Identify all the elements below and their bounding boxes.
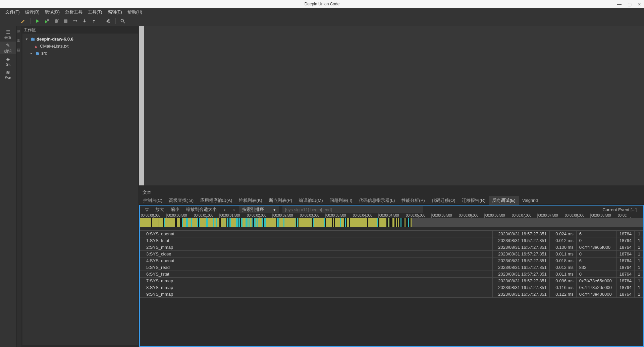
step-into-icon[interactable] [81,17,88,25]
settings-icon[interactable] [105,17,112,25]
menu-item[interactable]: 工具(T) [85,8,105,16]
minimize-icon[interactable]: — [617,2,622,7]
timeline-segment[interactable] [269,218,276,227]
stop-icon[interactable] [62,17,69,25]
activity-item[interactable]: ≋Svn [0,68,16,81]
timeline-segment[interactable] [223,218,226,227]
chevron-right-icon[interactable]: ▸ [29,51,33,55]
table-row[interactable]: 5:SYS_read 2023/08/31 16:57:27.851 0.012… [140,264,643,271]
timeline-segment[interactable] [192,218,197,227]
timeline-segment[interactable] [165,218,173,227]
run-icon[interactable] [34,17,41,25]
step-over-icon[interactable] [71,17,79,25]
table-row[interactable]: 8:SYS_mmap 2023/08/31 16:57:27.851 0.116… [140,284,643,291]
timeline-segment[interactable] [243,218,246,227]
menu-item[interactable]: 编辑(E) [105,8,125,16]
bottom-tab[interactable]: 断点列表(P) [266,196,296,205]
tree-root[interactable]: ▾ 🖿 deepin-draw-6.0.6 [22,36,138,43]
timeline-segment[interactable] [159,218,163,227]
activity-item[interactable]: ◈Git [0,55,16,68]
timeline-track[interactable] [140,218,643,227]
current-event-label[interactable]: Current Event [...] [602,207,641,212]
activity-item[interactable]: ✎编辑 [0,42,16,54]
menu-item[interactable]: 分析工具 [62,8,85,16]
sidebar2-item[interactable]: ◫ [16,38,21,42]
zoom-in[interactable]: 放大 [152,206,167,214]
menu-item[interactable]: 文件(F) [3,8,22,16]
sidebar2-item[interactable]: ⊞ [16,30,21,33]
editor-main[interactable] [144,26,644,185]
tree-folder[interactable]: ▸ 🖿 src [22,50,138,57]
search-icon[interactable] [119,17,126,25]
timeline-segment[interactable] [412,218,583,227]
table-row[interactable]: 4:SYS_openat 2023/08/31 16:57:27.851 0.0… [140,257,643,264]
search-input[interactable]: [sys sig x11] begin[,end] [282,206,423,213]
table-row[interactable]: 2:SYS_mmap 2023/08/31 16:57:27.851 0.100… [140,244,643,251]
sort-dropdown[interactable]: 按索引排序 ▾ [239,206,279,213]
activity-item[interactable]: ☰最近 [0,28,16,41]
table-row[interactable]: 6:SYS_fstat 2023/08/31 16:57:27.851 0.01… [140,271,643,278]
splitter[interactable]: ┄┄┄ [139,185,644,188]
close-icon[interactable]: ✕ [638,2,641,7]
filter-icon[interactable]: ▽ [142,206,152,213]
timeline-segment[interactable] [335,218,340,227]
nav-next[interactable]: › [229,207,239,212]
chevron-down-icon[interactable]: ▾ [24,37,29,41]
attach-debug-icon[interactable] [53,17,60,25]
timeline-segment[interactable] [389,218,392,227]
timeline-segment[interactable] [200,218,206,227]
zoom-fit[interactable]: 缩放到合适大小 [183,206,220,214]
bottom-tab[interactable]: 堆栈列表(K) [235,196,265,205]
bottom-tab[interactable]: 反向调试(E) [489,196,519,205]
bottom-tab[interactable]: Valgrind [519,196,541,204]
maximize-icon[interactable]: ▢ [628,2,632,7]
table-row[interactable]: 1:SYS_fstat 2023/08/31 16:57:27.851 0.01… [140,237,643,244]
timeline-ruler[interactable]: 00:00:00.00000:00:00.50000:00:01.00000:0… [140,214,643,218]
timeline-segment[interactable] [341,218,344,227]
timeline-segment[interactable] [284,218,296,227]
timeline-segment[interactable] [209,218,213,227]
timeline-segment[interactable] [140,218,151,227]
bottom-tab[interactable]: 性能分析(P) [398,196,428,205]
menu-item[interactable]: 编译(B) [22,8,42,16]
bottom-tab[interactable]: 代码信息指示器(L) [356,196,398,205]
bottom-tab[interactable]: 编译输出(M) [296,196,326,205]
timeline-segment[interactable] [368,218,377,227]
timeline-segment[interactable] [326,218,332,227]
debug-icon[interactable] [43,17,51,25]
menu-item[interactable]: 调试(D) [42,8,62,16]
step-out-icon[interactable] [90,17,98,25]
nav-prev[interactable]: ‹ [220,207,229,212]
table-row[interactable]: 7:SYS_mmap 2023/08/31 16:57:27.851 0.096… [140,278,643,284]
timeline-segment[interactable] [188,218,191,227]
ruler-tick: 00:00:05.500 [431,214,458,218]
sidebar2-item[interactable]: ▤ [16,48,21,52]
timeline-segment[interactable] [177,218,180,227]
timeline-segment[interactable] [231,218,236,227]
timeline-segment[interactable] [258,218,262,227]
timeline-segment[interactable] [183,218,186,227]
timeline-segment[interactable] [355,218,367,227]
timeline-segment[interactable] [350,218,355,227]
timeline-segment[interactable] [299,218,312,227]
table-row[interactable]: 3:SYS_close 2023/08/31 16:57:27.851 0.01… [140,251,643,257]
tree-file[interactable]: ▲ CMakeLists.txt [22,43,138,50]
edit-icon[interactable] [19,17,27,25]
timeline-segment[interactable] [279,218,283,227]
bottom-tab[interactable]: 高级查找( S) [166,196,197,205]
timeline-segment[interactable] [379,218,386,227]
timeline-segment[interactable] [401,218,405,227]
bottom-tab[interactable]: 迁移报告(R) [459,196,489,205]
table-row[interactable]: 0:SYS_openat 2023/08/31 16:57:27.851 0.0… [140,231,643,237]
timeline-segment[interactable] [406,218,408,227]
bottom-tab[interactable]: 控制台(C) [140,196,166,205]
bottom-tab[interactable]: 代码迁移(O) [428,196,459,205]
bottom-tab[interactable]: 问题列表( I) [326,196,356,205]
zoom-out[interactable]: 缩小 [167,206,183,214]
bottom-tab[interactable]: 应用程序输出(A) [197,196,235,205]
table-row[interactable]: 9:SYS_mmap 2023/08/31 16:57:27.851 0.122… [140,291,643,298]
menu-item[interactable]: 帮助(H) [125,8,145,16]
timeline-segment[interactable] [152,218,159,227]
timeline-segment[interactable] [314,218,324,227]
timeline-segment[interactable] [266,218,269,227]
